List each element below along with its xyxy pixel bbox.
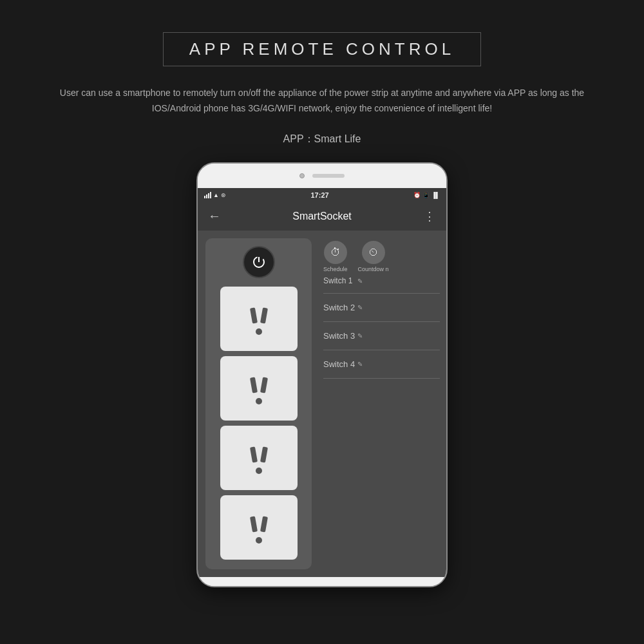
signal-bar-4 — [210, 192, 211, 198]
app-label: APP：Smart Life — [283, 133, 361, 146]
page-container: APP REMOTE CONTROL User can use a smartp… — [0, 0, 644, 644]
socket-outlet-4 — [220, 495, 298, 560]
switch4-row[interactable]: Switch 4 ✎ — [323, 350, 440, 379]
socket-outlet-3 — [220, 426, 298, 490]
slot-right-4 — [260, 516, 267, 532]
schedule-label: Schedule — [323, 266, 348, 272]
call-icon: 📱 — [422, 192, 430, 198]
power-icon — [252, 255, 266, 269]
battery-icon: ▐▌ — [431, 192, 440, 198]
slot-left-4 — [249, 516, 257, 532]
signal-bars — [204, 192, 211, 198]
socket-outlet-1 — [220, 287, 298, 351]
switch1-label: Switch 1 ✎ — [323, 276, 440, 285]
slot-bottom-2 — [256, 398, 262, 404]
socket-slots-2 — [251, 377, 267, 393]
slot-bottom-1 — [256, 328, 262, 335]
phone-shell: ▲ ⊛ 17:27 ⏰ 📱 ▐▌ ← SmartSocket ⋮ — [196, 162, 448, 587]
app-header: ← SmartSocket ⋮ — [198, 202, 446, 231]
switch1-area: ⏱ Schedule ⏲ Countdow n Switch 1 ✎ — [323, 236, 440, 294]
app-header-title: SmartSocket — [292, 211, 352, 222]
phone-device: ▲ ⊛ 17:27 ⏰ 📱 ▐▌ ← SmartSocket ⋮ — [196, 162, 448, 587]
power-button[interactable] — [243, 246, 275, 278]
signal-text: ▲ — [213, 192, 219, 198]
countdown-item[interactable]: ⏲ Countdow n — [358, 241, 389, 272]
socket-slots-4 — [251, 516, 267, 532]
back-button[interactable]: ← — [208, 209, 221, 223]
alarm-icon: ⏰ — [413, 192, 421, 198]
switch3-edit-icon: ✎ — [357, 332, 363, 339]
slot-left-3 — [249, 446, 257, 462]
signal-bar-1 — [204, 196, 205, 198]
signal-bar-2 — [206, 194, 207, 198]
wifi-icon: ⊛ — [221, 192, 226, 198]
slot-bottom-4 — [256, 537, 262, 544]
phone-speaker — [312, 174, 345, 178]
switch4-edit-icon: ✎ — [357, 361, 363, 368]
phone-bottom — [198, 577, 446, 587]
switch2-label: Switch 2 — [323, 303, 355, 312]
status-time: 17:27 — [311, 191, 329, 199]
power-btn-area — [213, 246, 304, 278]
right-panel: ⏱ Schedule ⏲ Countdow n Switch 1 ✎ — [317, 231, 446, 577]
signal-bar-3 — [208, 193, 209, 198]
socket-slots-3 — [251, 447, 267, 462]
status-right: ⏰ 📱 ▐▌ — [413, 192, 440, 198]
slot-left-2 — [249, 377, 257, 393]
app-body: ⏱ Schedule ⏲ Countdow n Switch 1 ✎ — [198, 231, 446, 577]
socket-outlet-2 — [220, 356, 298, 421]
switch3-label: Switch 3 — [323, 331, 355, 341]
switch-icons-row: ⏱ Schedule ⏲ Countdow n — [323, 241, 440, 272]
switch2-row[interactable]: Switch 2 ✎ — [323, 294, 440, 322]
switch1-text: Switch 1 — [323, 276, 352, 285]
status-bar: ▲ ⊛ 17:27 ⏰ 📱 ▐▌ — [198, 188, 446, 202]
left-panel — [205, 238, 312, 569]
slot-right-2 — [260, 377, 267, 393]
phone-top — [198, 164, 446, 188]
switch1-edit-icon: ✎ — [357, 278, 363, 285]
phone-camera — [299, 173, 305, 178]
switch3-row[interactable]: Switch 3 ✎ — [323, 322, 440, 350]
socket-slots-1 — [251, 308, 267, 323]
schedule-icon: ⏱ — [324, 241, 347, 264]
page-description: User can use a smartphone to remotely tu… — [58, 86, 586, 117]
page-title: APP REMOTE CONTROL — [189, 39, 455, 59]
menu-button[interactable]: ⋮ — [424, 209, 436, 223]
slot-left-1 — [249, 307, 257, 323]
switch2-edit-icon: ✎ — [357, 304, 363, 311]
countdown-icon: ⏲ — [362, 241, 385, 264]
slot-right-1 — [260, 307, 267, 323]
schedule-item[interactable]: ⏱ Schedule — [323, 241, 348, 272]
status-left: ▲ ⊛ — [204, 192, 226, 198]
countdown-label: Countdow n — [358, 266, 389, 272]
switch4-label: Switch 4 — [323, 359, 355, 369]
title-box: APP REMOTE CONTROL — [163, 32, 481, 66]
slot-right-3 — [260, 446, 267, 462]
slot-bottom-3 — [256, 468, 262, 474]
